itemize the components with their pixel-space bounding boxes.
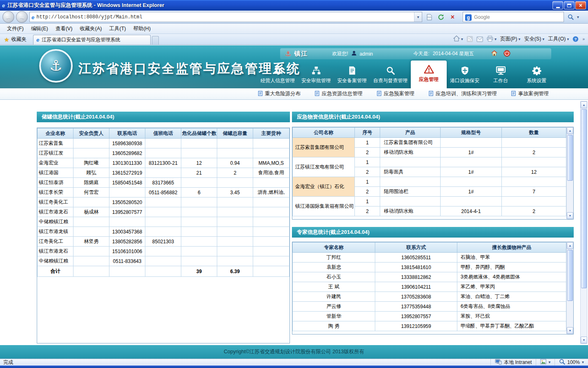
scroll-up-button[interactable]: ▲ <box>581 101 587 108</box>
nav-item[interactable]: 自查与督查管理 <box>370 63 411 88</box>
nav-item[interactable]: 安全审批管理 <box>298 63 334 88</box>
mail-button[interactable] <box>477 36 483 42</box>
address-dropdown[interactable]: ▾ <box>414 12 422 22</box>
home-dropdown[interactable]: ▾ <box>461 37 463 41</box>
favorites-button[interactable]: ★ 收藏夹 <box>2 36 30 45</box>
nav-item[interactable]: 应急管理 <box>411 61 447 88</box>
back-button[interactable]: ← <box>2 11 14 23</box>
print-button[interactable]: ▾ <box>487 36 497 43</box>
feeds-button[interactable] <box>467 36 473 42</box>
scroll-thumb[interactable] <box>567 135 573 181</box>
compatibility-view-button[interactable] <box>424 12 434 22</box>
tank-table-row[interactable]: 江苏索普集15896380938 <box>38 139 290 148</box>
menu-item[interactable]: 文件(F) <box>3 24 27 34</box>
tank-table-row[interactable]: 金海宏业陶红曦1301301133083121300-21120.94MMA,M… <box>38 158 290 168</box>
zoom-control[interactable]: 100% ▾ <box>555 359 588 366</box>
stop-button[interactable]: × <box>448 12 458 22</box>
nav-item[interactable]: 工作台 <box>483 63 519 88</box>
zoom-dropdown[interactable]: ▾ <box>582 360 584 364</box>
nav-item[interactable]: 系统设置 <box>519 63 555 88</box>
menu-item[interactable]: 帮助(H) <box>129 24 154 34</box>
supplies-table-row[interactable]: 江苏索普集团有限公司1江苏索普集团有限公司 <box>293 138 566 148</box>
forward-button[interactable]: → <box>16 11 28 23</box>
supplies-table-row[interactable]: 镇江港国际集装箱有限公司1 <box>293 197 566 206</box>
portal-home-icon[interactable] <box>491 50 498 58</box>
tank-table-row[interactable]: 镇江市港龙石杨成林13952807577 <box>38 207 290 217</box>
experts-table-row[interactable]: 王 斌13906104211苯乙烯、甲苯丙 <box>293 282 566 292</box>
experts-table-head-row: 专家名称联系方式擅长救援物种产品 <box>293 242 566 253</box>
supplies-scrollbar[interactable]: ▲ ▼ <box>566 127 573 219</box>
submenu-item[interactable]: 应急资源信息管理 <box>314 90 363 97</box>
url-text[interactable]: http://localhost:8080/yjpt/Main.html <box>36 14 412 20</box>
experts-table-row[interactable]: 丁邦红13605285511石脑油、甲苯 <box>293 253 566 263</box>
nav-item[interactable]: 港口设施保安 <box>447 63 483 88</box>
cell <box>109 217 145 227</box>
command-menu-item[interactable]: 页面(P)▾ <box>500 36 521 43</box>
menu-item[interactable]: 工具(T) <box>105 24 129 34</box>
nav-item-label: 工作台 <box>493 77 508 84</box>
scroll-thumb[interactable] <box>567 250 573 301</box>
experts-table-row[interactable]: 陶 勇13912105959甲缩醛、甲基异丁基酮、乙酸乙酯 <box>293 321 566 331</box>
tank-table-row[interactable]: 镇江港国顾弘13615272919212食用油,食用 <box>38 168 290 178</box>
logout-icon[interactable] <box>503 50 510 58</box>
experts-table-row[interactable]: 严云修137753594486类毒害品、8类腐蚀品 <box>293 302 566 312</box>
tab-current[interactable]: e 江苏省港口安全监管与应急管理系统 <box>33 35 151 45</box>
supplies-table-row[interactable]: 江苏镇江发电有限公司1 <box>293 157 566 167</box>
nav-item[interactable]: 安全备案管理 <box>334 63 370 88</box>
tank-table-row[interactable]: 中储粮镇江粮0511-833643 <box>38 256 290 266</box>
scroll-up-button[interactable]: ▲ <box>567 242 573 249</box>
scroll-thumb[interactable] <box>581 109 587 288</box>
minimize-icon <box>556 7 560 8</box>
print-dropdown[interactable]: ▾ <box>494 37 497 41</box>
submenu-item[interactable]: 应急预案管理 <box>376 90 414 97</box>
tank-table-row[interactable]: 镇江市港龙镇13003457368 <box>38 227 290 237</box>
tank-table-row[interactable]: 江奇美化工林坚勇1380528285685021303 <box>38 237 290 247</box>
experts-table-row[interactable]: 许建民13705283608苯油、白蜡油、丁二烯 <box>293 292 566 302</box>
help-button[interactable]: ? <box>572 36 579 42</box>
experts-table-row[interactable]: 石小玉133388128623类易燃液体、4类易燃固体 <box>293 272 566 282</box>
home-button[interactable]: ▾ <box>453 35 463 43</box>
tank-table-row[interactable]: 镇江恒泰沥陈炳庭1585045154883173665 <box>38 178 290 188</box>
tank-table-row[interactable]: 镇江市港龙石15106101006 <box>38 247 290 256</box>
minimize-button[interactable] <box>552 1 563 9</box>
tank-table-row[interactable]: 镇江李长荣何雪宏0511-85688263.45沥青,燃料油, <box>38 188 290 197</box>
submenu-item[interactable]: 重大危险源分布 <box>258 90 301 97</box>
maximize-button[interactable] <box>564 1 575 9</box>
experts-table-row[interactable]: 袁新忠13815481610甲醇、异丙醇、丙酮 <box>293 263 566 272</box>
command-menu-item[interactable]: 安全(S)▾ <box>524 36 545 43</box>
scroll-down-button[interactable]: ▼ <box>567 327 573 334</box>
warning-icon <box>424 65 434 74</box>
experts-table-row[interactable]: 管新华13952807557苯胺、环己烷 <box>293 312 566 321</box>
tank-table-row[interactable]: 镇江奇美化工13505280520 <box>38 197 290 207</box>
protected-dropdown[interactable]: ▾ <box>548 360 550 364</box>
command-menu-item[interactable]: 工具(O)▾ <box>548 36 569 43</box>
protected-mode-group[interactable]: ▾ <box>536 359 555 366</box>
cell: 镇江李长荣 <box>38 188 74 197</box>
search-box[interactable]: g Google <box>463 12 564 22</box>
scroll-down-button[interactable]: ▼ <box>567 212 573 219</box>
search-button[interactable] <box>566 12 575 22</box>
close-button[interactable]: × <box>575 1 586 9</box>
tank-table-row[interactable]: 江苏镇江发13605289682 <box>38 148 290 158</box>
zoom-level[interactable]: 100% <box>567 359 580 365</box>
experts-scrollbar[interactable]: ▲ ▼ <box>566 242 573 334</box>
supplies-table-row[interactable]: 金海宏业（镇江）石化1 <box>293 177 566 187</box>
overflow-chevron[interactable]: » <box>582 37 585 41</box>
scroll-up-button[interactable]: ▲ <box>567 127 573 134</box>
nav-item[interactable]: 经营人信息管理 <box>257 63 298 88</box>
menu-item[interactable]: 编辑(E) <box>27 24 52 34</box>
tank-table-row[interactable]: 中储粮镇江粮 <box>38 217 290 227</box>
window-frame <box>0 366 588 368</box>
page-scrollbar[interactable]: ▲ ▼ <box>580 101 587 344</box>
search-dropdown[interactable]: ▾ <box>577 15 579 19</box>
address-field[interactable]: e http://localhost:8080/yjpt/Main.html ▾ <box>29 12 422 22</box>
new-tab-button[interactable] <box>152 36 159 45</box>
menu-item[interactable]: 收藏夹(A) <box>76 24 105 34</box>
search-placeholder[interactable]: Google <box>474 14 490 20</box>
refresh-button[interactable] <box>436 12 446 22</box>
tank-table-body: 江苏索普集15896380938江苏镇江发13605289682金海宏业陶红曦1… <box>38 139 290 277</box>
scroll-down-button[interactable]: ▼ <box>581 337 587 343</box>
submenu-item[interactable]: 应急培训、演练和演习管理 <box>428 90 497 97</box>
submenu-item[interactable]: 事故案例管理 <box>511 90 549 97</box>
menu-item[interactable]: 查看(V) <box>52 24 76 34</box>
